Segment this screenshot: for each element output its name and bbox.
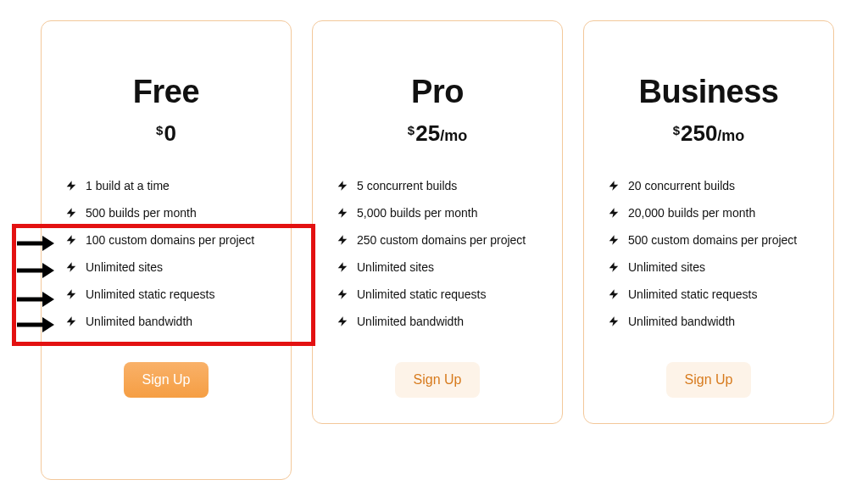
- feature-item: Unlimited sites: [608, 254, 810, 281]
- feature-text: 250 custom domains per project: [357, 233, 526, 247]
- price-period: /mo: [717, 127, 744, 144]
- bolt-icon: [337, 233, 348, 247]
- plan-title: Pro: [337, 74, 538, 110]
- feature-item: 5,000 builds per month: [337, 199, 538, 226]
- bolt-icon: [608, 315, 620, 328]
- feature-item: 5 concurrent builds: [337, 172, 538, 199]
- bolt-icon: [608, 287, 620, 301]
- bolt-icon: [337, 179, 348, 192]
- feature-text: 20,000 builds per month: [628, 206, 755, 220]
- feature-text: 500 builds per month: [86, 206, 197, 220]
- feature-text: Unlimited bandwidth: [357, 315, 464, 328]
- feature-item: Unlimited bandwidth: [608, 308, 810, 335]
- feature-item: Unlimited static requests: [65, 281, 267, 308]
- feature-item: Unlimited sites: [65, 254, 267, 281]
- price-period: /mo: [440, 127, 467, 144]
- pricing-plans: Free $0 1 build at a time 500 builds per…: [34, 20, 834, 480]
- feature-list: 20 concurrent builds 20,000 builds per m…: [608, 172, 810, 335]
- feature-item: 100 custom domains per project: [65, 226, 267, 254]
- bolt-icon: [337, 287, 348, 301]
- plan-price: $0: [65, 120, 267, 147]
- price-amount: 0: [164, 120, 175, 146]
- feature-item: Unlimited static requests: [608, 281, 810, 308]
- feature-item: Unlimited sites: [337, 254, 538, 281]
- bolt-icon: [65, 315, 77, 328]
- feature-text: 500 custom domains per project: [628, 233, 797, 247]
- price-amount: 25: [415, 120, 440, 146]
- feature-list: 5 concurrent builds 5,000 builds per mon…: [337, 172, 538, 335]
- bolt-icon: [608, 233, 620, 247]
- feature-text: Unlimited bandwidth: [86, 315, 192, 328]
- plan-card-free: Free $0 1 build at a time 500 builds per…: [41, 20, 292, 480]
- plan-card-business: Business $250/mo 20 concurrent builds 20…: [583, 20, 834, 424]
- feature-text: 5 concurrent builds: [357, 179, 457, 192]
- signup-button-free[interactable]: Sign Up: [124, 362, 209, 398]
- bolt-icon: [65, 287, 77, 301]
- feature-item: 500 builds per month: [65, 199, 267, 226]
- feature-text: 20 concurrent builds: [628, 179, 735, 192]
- price-currency: $: [156, 123, 163, 137]
- bolt-icon: [337, 315, 348, 328]
- feature-text: Unlimited static requests: [86, 287, 215, 301]
- price-amount: 250: [681, 120, 717, 146]
- feature-text: 5,000 builds per month: [357, 206, 477, 220]
- bolt-icon: [65, 260, 77, 274]
- feature-text: Unlimited sites: [357, 260, 434, 274]
- feature-item: 250 custom domains per project: [337, 226, 538, 254]
- bolt-icon: [608, 260, 620, 274]
- plan-price: $250/mo: [608, 120, 810, 147]
- feature-item: 500 custom domains per project: [608, 226, 810, 254]
- feature-item: 1 build at a time: [65, 172, 267, 199]
- feature-item: Unlimited bandwidth: [337, 308, 538, 335]
- bolt-icon: [337, 206, 348, 220]
- feature-text: Unlimited static requests: [628, 287, 758, 301]
- feature-text: 100 custom domains per project: [86, 233, 254, 247]
- plan-price: $25/mo: [337, 120, 538, 147]
- feature-item: 20 concurrent builds: [608, 172, 810, 199]
- plan-title: Business: [608, 74, 810, 110]
- feature-item: Unlimited bandwidth: [65, 308, 267, 335]
- plan-card-pro: Pro $25/mo 5 concurrent builds 5,000 bui…: [312, 20, 563, 424]
- feature-item: 20,000 builds per month: [608, 199, 810, 226]
- bolt-icon: [65, 233, 77, 247]
- signup-button-business[interactable]: Sign Up: [666, 362, 752, 398]
- feature-text: Unlimited bandwidth: [628, 315, 735, 328]
- signup-button-pro[interactable]: Sign Up: [395, 362, 481, 398]
- bolt-icon: [608, 206, 620, 220]
- bolt-icon: [608, 179, 620, 192]
- feature-text: 1 build at a time: [86, 179, 170, 192]
- price-currency: $: [673, 123, 680, 137]
- feature-item: Unlimited static requests: [337, 281, 538, 308]
- plan-title: Free: [65, 74, 267, 110]
- feature-text: Unlimited sites: [86, 260, 163, 274]
- bolt-icon: [337, 260, 348, 274]
- feature-list: 1 build at a time 500 builds per month 1…: [65, 172, 267, 335]
- bolt-icon: [65, 179, 77, 192]
- feature-text: Unlimited static requests: [357, 287, 487, 301]
- price-currency: $: [408, 123, 415, 137]
- bolt-icon: [65, 206, 77, 220]
- feature-text: Unlimited sites: [628, 260, 705, 274]
